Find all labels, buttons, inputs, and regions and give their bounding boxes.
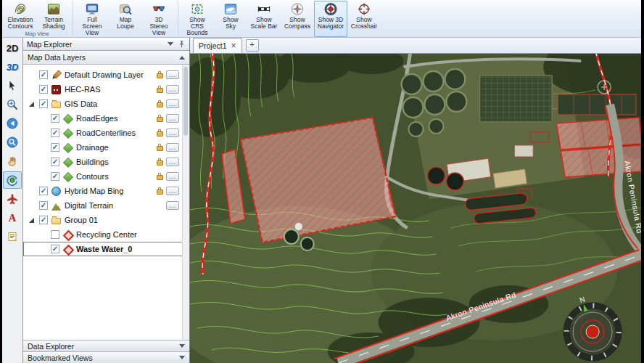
layer-row-group-01[interactable]: Group 01 (23, 213, 189, 227)
layer-checkbox[interactable] (51, 158, 59, 166)
mode-3d-button[interactable]: 3D (7, 60, 19, 76)
more-button[interactable]: ... (166, 99, 179, 108)
lock-icon[interactable] (157, 88, 163, 93)
expander-icon[interactable] (29, 102, 34, 107)
show-scale-bar-button[interactable]: Show Scale Bar (247, 1, 281, 37)
ribbon: Elevation Contours Terrain Shading Map V… (2, 0, 641, 38)
layer-checkbox[interactable] (51, 245, 59, 253)
layer-checkbox[interactable] (39, 70, 48, 79)
bar-title: Bookmarked Views (28, 354, 179, 362)
layer-checkbox[interactable] (39, 201, 48, 210)
more-button[interactable]: ... (166, 201, 179, 210)
layer-row-roadedges[interactable]: RoadEdges ... (23, 111, 189, 126)
orbit-tool-button[interactable] (3, 171, 22, 189)
layer-label: GIS Data (65, 99, 155, 108)
contours-icon (13, 2, 28, 16)
scrollbar-thumb[interactable] (183, 67, 188, 136)
layer-row-waste-water[interactable]: Waste Water_0 (23, 242, 189, 256)
flythrough-tool-button[interactable] (3, 190, 22, 208)
bookmarked-views-bar[interactable]: Bookmarked Views (23, 351, 189, 363)
layer-checkbox[interactable] (39, 187, 48, 195)
expand-icon[interactable] (179, 344, 185, 348)
layer-row-roadcenterlines[interactable]: RoadCenterlines ... (23, 126, 189, 140)
layer-checkbox[interactable] (51, 129, 59, 137)
map-3d-viewport[interactable]: Akron Peninsula Rd Akron Peninsula Rd (190, 54, 641, 363)
layer-row-drainage[interactable]: Drainage ... (23, 140, 189, 155)
map-data-layers-header[interactable]: Map Data Layers (23, 51, 189, 65)
data-explorer-bar[interactable]: Data Explorer (23, 340, 189, 351)
lock-icon[interactable] (157, 146, 163, 151)
layer-row-hybrid-map-bing[interactable]: Hybrid Map Bing ... (23, 184, 189, 198)
section-title: Map Data Layers (28, 53, 179, 62)
lock-icon[interactable] (157, 117, 163, 122)
layer-label: Buildings (76, 158, 155, 166)
layer-checkbox[interactable] (39, 99, 48, 108)
left-tool-strip: 2D 3D A (2, 38, 23, 363)
more-button[interactable]: ... (166, 129, 179, 137)
expander-icon[interactable] (29, 218, 34, 223)
lock-icon[interactable] (157, 189, 163, 195)
layer-checkbox[interactable] (51, 172, 59, 181)
button-label-line2: Contours (8, 23, 33, 30)
panel-menu-icon[interactable] (168, 42, 173, 46)
lock-icon[interactable] (157, 160, 163, 166)
new-tab-button[interactable]: + (246, 39, 259, 52)
zoom-tool-button[interactable] (3, 96, 22, 113)
more-button[interactable]: ... (166, 158, 179, 166)
layer-row-default-drawing[interactable]: Default Drawing Layer ... (23, 68, 189, 82)
layer-row-gis-data[interactable]: GIS Data ... (23, 97, 189, 111)
show-sky-button[interactable]: Show Sky (214, 1, 247, 37)
stereo-view-button[interactable]: 3D Stereo View (142, 1, 176, 37)
show-compass-button[interactable]: Show Compass (281, 1, 314, 37)
more-button[interactable]: ... (166, 143, 179, 152)
lock-icon[interactable] (157, 73, 163, 78)
tree-scrollbar[interactable] (182, 65, 189, 340)
compass-icon (290, 2, 305, 16)
ribbon-separator (73, 1, 73, 36)
layer-checkbox[interactable] (51, 230, 59, 239)
select-tool-button[interactable] (3, 77, 22, 94)
text-annotation-button[interactable]: A (3, 209, 22, 227)
show-3d-navigator-button[interactable]: Show 3D Navigator (314, 1, 347, 37)
button-label-line2: Screen View (76, 23, 108, 36)
stereo-glasses-icon (152, 2, 166, 16)
previous-view-button[interactable] (3, 115, 22, 132)
pan-tool-button[interactable] (3, 152, 22, 170)
layer-checkbox[interactable] (51, 143, 59, 152)
layer-row-recycling-center[interactable]: Recycling Center (23, 227, 189, 242)
folder-icon (51, 218, 61, 224)
tab-close-icon[interactable]: × (231, 41, 236, 50)
layer-label: RoadCenterlines (76, 129, 155, 137)
terrain-shading-button[interactable]: Terrain Shading (37, 1, 70, 30)
more-button[interactable]: ... (166, 85, 179, 94)
tab-project1[interactable]: Project1 × (193, 38, 242, 53)
layer-row-hec-ras[interactable]: HEC-RAS ... (23, 82, 189, 97)
lock-icon[interactable] (157, 102, 163, 107)
show-crosshair-button[interactable]: Show Crosshair (347, 1, 381, 37)
crosshair-icon (357, 2, 371, 16)
layer-checkbox[interactable] (39, 85, 48, 94)
layer-checkbox[interactable] (39, 216, 48, 224)
more-button[interactable]: ... (166, 114, 179, 123)
layer-row-contours[interactable]: Contours ... (23, 169, 189, 184)
expand-icon[interactable] (179, 356, 185, 359)
more-button[interactable]: ... (166, 70, 179, 79)
show-crs-bounds-button[interactable]: Show CRS Bounds (181, 1, 214, 37)
more-button[interactable]: ... (166, 172, 179, 181)
lock-icon[interactable] (157, 175, 163, 180)
note-tool-button[interactable] (3, 228, 22, 245)
layer-row-digital-terrain[interactable]: Digital Terrain ... (23, 198, 189, 213)
map-3d-scene: Akron Peninsula Rd Akron Peninsula Rd (190, 54, 641, 363)
full-screen-view-button[interactable]: Full Screen View (75, 1, 109, 37)
lock-icon[interactable] (157, 131, 163, 136)
layer-row-buildings[interactable]: Buildings ... (23, 155, 189, 169)
more-button[interactable]: ... (166, 187, 179, 195)
elevation-contours-button[interactable]: Elevation Contours (4, 1, 37, 30)
pin-icon[interactable] (178, 40, 186, 48)
layer-checkbox[interactable] (51, 114, 59, 123)
zoom-extents-button[interactable] (3, 134, 22, 151)
mode-2d-button[interactable]: 2D (7, 41, 19, 57)
map-loupe-button[interactable]: Map Loupe (109, 1, 142, 37)
collapse-icon[interactable] (179, 56, 185, 60)
map-explorer-header[interactable]: Map Explorer (23, 38, 189, 51)
